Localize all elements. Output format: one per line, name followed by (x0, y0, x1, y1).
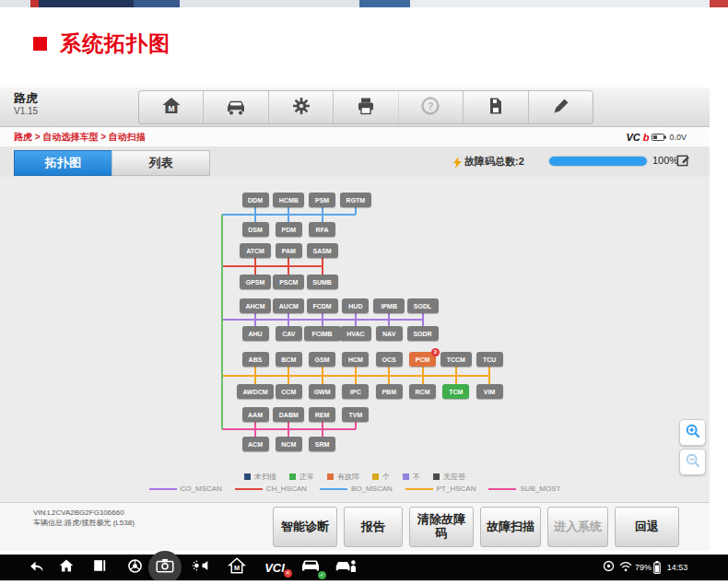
report-button[interactable]: 报告 (344, 507, 403, 547)
topology-node-sasm[interactable]: SASM (307, 243, 338, 258)
topology-node-gsm[interactable]: GSM (309, 352, 335, 367)
topology-node-pcm[interactable]: PCM2 (409, 352, 436, 367)
topology-node-fcdm[interactable]: FCDM (307, 298, 338, 313)
maxisys-home-button[interactable]: M (225, 555, 249, 580)
topology-node-atcm[interactable]: ATCM (240, 243, 271, 258)
topology-node-pam[interactable]: PAM (276, 243, 302, 258)
diagnostics-button[interactable] (332, 555, 361, 580)
topology-node-gwm[interactable]: GWM (309, 384, 335, 399)
printer-icon (355, 95, 377, 121)
topology-node-gpsm[interactable]: GPSM (240, 274, 271, 289)
vehicle-button[interactable] (203, 91, 267, 123)
help-button[interactable]: ? (398, 91, 463, 123)
svg-text:M: M (234, 564, 240, 572)
tab-topology[interactable]: 拓扑图 (14, 150, 112, 176)
browser-button[interactable] (123, 555, 146, 580)
display-audio-button[interactable] (189, 555, 213, 580)
topology-node-ncm[interactable]: NCM (276, 437, 302, 451)
topology-node-ccm[interactable]: CCM (276, 384, 302, 399)
home-icon (58, 558, 75, 577)
topology-node-hcm[interactable]: HCM (342, 352, 369, 367)
settings-button[interactable] (268, 91, 333, 123)
topology-node-tcm[interactable]: TCM (442, 384, 469, 399)
report-edit-icon[interactable] (676, 153, 690, 170)
smart-diagnosis-button[interactable]: 智能诊断 (273, 507, 337, 547)
topology-node-ahu[interactable]: AHU (242, 326, 269, 341)
topology-node-sodr[interactable]: SODR (407, 326, 439, 341)
edit-button[interactable] (528, 91, 593, 123)
topology-node-ocs[interactable]: OCS (376, 352, 403, 367)
topology-node-tvm[interactable]: TVM (342, 407, 369, 422)
topology-node-sodl[interactable]: SODL (407, 298, 439, 313)
topology-node-pbm[interactable]: PBM (376, 384, 403, 399)
legend-status-item: 未扫描 (244, 472, 276, 482)
print-button[interactable] (333, 91, 397, 123)
home-button[interactable]: M (139, 91, 203, 123)
camera-highlight (148, 551, 182, 584)
legend-bus-item: SUB_MOST (488, 485, 560, 493)
topology-node-rcm[interactable]: RCM (409, 384, 436, 399)
tab-list[interactable]: 列表 (112, 150, 210, 176)
topology-node-tcu[interactable]: TCU (476, 352, 503, 367)
legend-status-item: 不 (403, 472, 420, 482)
topology-node-rem[interactable]: REM (309, 407, 335, 422)
bus-spine-line (221, 215, 223, 429)
topology-node-ahcm[interactable]: AHCM (240, 298, 271, 313)
bus-line-ch_hscan (222, 265, 323, 267)
topology-node-dabm[interactable]: DABM (273, 407, 304, 422)
data-save-button[interactable] (463, 91, 527, 123)
recents-button[interactable] (88, 555, 111, 580)
action-button-row: 智能诊断报告清除故障码故障扫描进入系统回退 (273, 507, 679, 547)
topology-node-psm[interactable]: PSM (309, 193, 335, 207)
topology-node-ipc[interactable]: IPC (342, 384, 369, 399)
topology-node-awdcm[interactable]: AWDCM (237, 384, 274, 399)
legend-bus-line (320, 488, 347, 490)
wifi-button[interactable] (618, 555, 633, 580)
topology-node-rgtm[interactable]: RGTM (340, 193, 371, 207)
screenshot-button[interactable] (147, 555, 182, 580)
topology-node-fcimb[interactable]: FCIMB (304, 326, 341, 341)
back-button[interactable] (26, 555, 48, 580)
browser-icon (127, 558, 143, 578)
topology-node-nav[interactable]: NAV (376, 326, 403, 341)
back-button[interactable]: 回退 (615, 507, 679, 547)
vci-status-button[interactable]: VCI✕ (258, 555, 291, 580)
topology-node-rfa[interactable]: RFA (309, 222, 335, 237)
clock: 14:53 (663, 555, 691, 580)
topology-node-aucm[interactable]: AUCM (273, 298, 304, 313)
camera-icon (156, 558, 174, 577)
topology-node-pscm[interactable]: PSCM (273, 274, 304, 289)
topology-node-tccm[interactable]: TCCM (440, 352, 472, 367)
footer-action-bar: VIN:L2CVA2BG2FG106660 车辆信息:路虎/揽胜极光 (L538… (0, 502, 710, 551)
topology-node-abs[interactable]: ABS (242, 352, 269, 367)
save-icon (485, 95, 507, 121)
legend-status-item: 正常 (289, 472, 314, 482)
clear-dtc-button[interactable]: 清除故障码 (409, 507, 474, 547)
topology-node-vim[interactable]: VIM (476, 384, 503, 399)
topology-node-pdm[interactable]: PDM (276, 222, 302, 237)
topology-node-aam[interactable]: AAM (242, 407, 269, 422)
legend-status-row: 未扫描正常有故障个不无应答 (0, 472, 710, 482)
topology-node-hud[interactable]: HUD (342, 298, 369, 313)
topology-node-srm[interactable]: SRM (309, 437, 335, 451)
topology-node-sumb[interactable]: SUMB (307, 274, 338, 289)
background-photo-strip (0, 0, 728, 7)
legend-color-square (244, 473, 251, 480)
home-button[interactable] (55, 555, 77, 580)
topology-node-acm[interactable]: ACM (242, 437, 269, 451)
topology-node-ipmb[interactable]: IPMB (373, 298, 405, 313)
topology-node-bcm[interactable]: BCM (276, 352, 302, 367)
hotspot-button[interactable] (601, 555, 616, 580)
topology-node-hvac[interactable]: HVAC (340, 326, 371, 341)
breadcrumb[interactable]: 路虎 > 自动选择车型 > 自动扫描 (14, 127, 146, 146)
back-icon (29, 558, 45, 577)
legend-bus-line (149, 488, 177, 490)
fault-scan-button[interactable]: 故障扫描 (480, 507, 541, 547)
topology-node-ddm[interactable]: DDM (242, 193, 269, 207)
vehicle-connected-button[interactable]: ✓ (297, 555, 324, 580)
zoom-in-button[interactable] (679, 419, 706, 446)
topology-node-hcmb[interactable]: HCMB (273, 193, 304, 207)
topology-legend: 未扫描正常有故障个不无应答 CO_MSCANCH_HSCANBO_MSCANPT… (0, 469, 710, 493)
topology-node-dsm[interactable]: DSM (242, 222, 269, 237)
topology-node-cav[interactable]: CAV (276, 326, 302, 341)
